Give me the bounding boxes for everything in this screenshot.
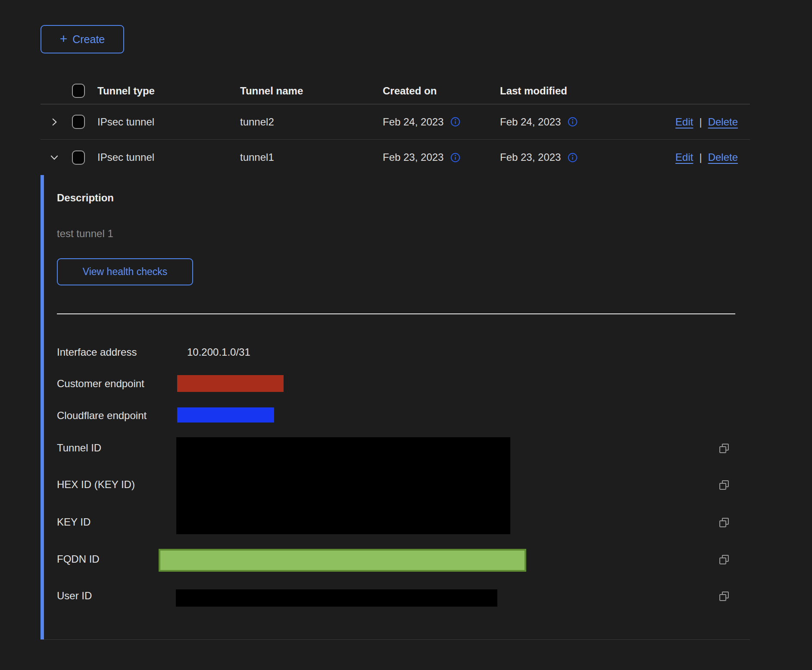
tunnel-detail-panel: Description test tunnel 1 View health ch… bbox=[41, 175, 750, 640]
user-id-redaction bbox=[176, 589, 497, 607]
header-created-on: Created on bbox=[378, 85, 495, 97]
tunnel-name-cell: tunnel1 bbox=[235, 151, 378, 163]
edit-link[interactable]: Edit bbox=[675, 151, 693, 163]
select-all-checkbox[interactable] bbox=[72, 84, 85, 98]
copy-icon bbox=[718, 479, 730, 491]
fqdn-id-label: FQDN ID bbox=[57, 552, 100, 566]
tunnels-page: + Create Tunnel type Tunnel name Created… bbox=[0, 0, 812, 670]
plus-icon: + bbox=[60, 32, 68, 45]
copy-key-id-button[interactable] bbox=[718, 516, 731, 529]
table-header-row: Tunnel type Tunnel name Created on Last … bbox=[41, 78, 750, 104]
description-label: Description bbox=[57, 192, 114, 204]
header-last-modified: Last modified bbox=[495, 85, 633, 97]
tunnel-type-cell: IPsec tunnel bbox=[92, 151, 235, 163]
copy-icon bbox=[718, 554, 730, 566]
info-icon[interactable] bbox=[450, 116, 461, 127]
cloudflare-endpoint-label: Cloudflare endpoint bbox=[57, 409, 147, 423]
last-modified-value: Feb 24, 2023 bbox=[500, 116, 561, 128]
table-row: IPsec tunnel tunnel2 Feb 24, 2023 Feb 24… bbox=[41, 104, 750, 140]
user-id-label: User ID bbox=[57, 589, 92, 603]
last-modified-value: Feb 23, 2023 bbox=[500, 151, 561, 163]
table-row: IPsec tunnel tunnel1 Feb 23, 2023 Feb 23… bbox=[41, 140, 750, 175]
view-health-checks-button[interactable]: View health checks bbox=[57, 258, 193, 285]
info-icon[interactable] bbox=[567, 116, 578, 127]
expanded-row-indicator-bar bbox=[41, 175, 44, 639]
info-icon[interactable] bbox=[567, 152, 578, 163]
copy-icon bbox=[718, 590, 730, 602]
create-button-label: Create bbox=[72, 33, 105, 46]
cloudflare-endpoint-redaction bbox=[177, 407, 274, 423]
interface-address-label: Interface address bbox=[57, 345, 137, 359]
panel-divider bbox=[57, 313, 735, 314]
create-button[interactable]: + Create bbox=[41, 25, 124, 53]
copy-hex-id-button[interactable] bbox=[718, 479, 731, 492]
chevron-down-icon bbox=[49, 152, 60, 163]
created-on-value: Feb 24, 2023 bbox=[383, 116, 443, 128]
description-value: test tunnel 1 bbox=[57, 228, 113, 240]
copy-user-id-button[interactable] bbox=[718, 590, 731, 603]
hex-id-label: HEX ID (KEY ID) bbox=[57, 478, 135, 492]
customer-endpoint-label: Customer endpoint bbox=[57, 377, 144, 391]
tunnel-name-cell: tunnel2 bbox=[235, 116, 378, 128]
delete-link[interactable]: Delete bbox=[708, 116, 738, 128]
tunnel-id-label: Tunnel ID bbox=[57, 441, 101, 455]
header-tunnel-name: Tunnel name bbox=[235, 85, 378, 97]
tunnels-table: Tunnel type Tunnel name Created on Last … bbox=[41, 78, 750, 175]
edit-link[interactable]: Edit bbox=[675, 116, 693, 128]
action-separator: | bbox=[699, 151, 702, 163]
key-id-label: KEY ID bbox=[57, 515, 91, 529]
header-tunnel-type: Tunnel type bbox=[92, 85, 235, 97]
chevron-right-icon bbox=[49, 116, 60, 128]
row-checkbox[interactable] bbox=[72, 150, 85, 165]
copy-tunnel-id-button[interactable] bbox=[718, 442, 731, 455]
copy-fqdn-id-button[interactable] bbox=[718, 553, 731, 566]
interface-address-value: 10.200.1.0/31 bbox=[187, 345, 250, 359]
customer-endpoint-redaction bbox=[177, 375, 284, 392]
copy-icon bbox=[718, 517, 730, 529]
created-on-value: Feb 23, 2023 bbox=[383, 151, 443, 163]
copy-icon bbox=[718, 442, 730, 454]
expand-row-button[interactable] bbox=[49, 116, 60, 128]
delete-link[interactable]: Delete bbox=[708, 151, 738, 163]
row-checkbox[interactable] bbox=[72, 115, 85, 129]
info-icon[interactable] bbox=[450, 152, 461, 163]
tunnel-type-cell: IPsec tunnel bbox=[92, 116, 235, 128]
ids-redaction-block bbox=[176, 437, 510, 534]
action-separator: | bbox=[699, 116, 702, 128]
fqdn-id-redaction bbox=[159, 549, 526, 572]
collapse-row-button[interactable] bbox=[49, 152, 60, 163]
